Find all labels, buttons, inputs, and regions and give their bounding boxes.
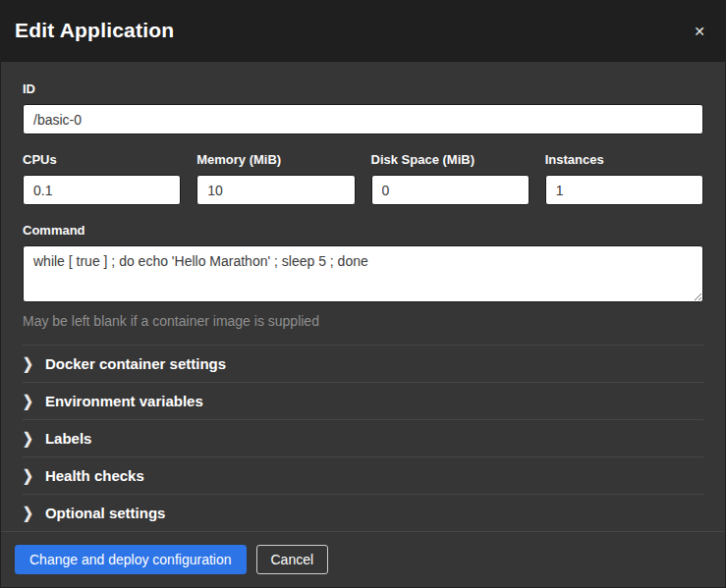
cpus-label: CPUs [23,152,181,167]
section-label: Docker container settings [45,355,226,372]
resources-row: CPUs Memory (MiB) Disk Space (MiB) Insta… [23,152,703,205]
chevron-right-icon: ❯ [23,468,33,484]
section-label: Optional settings [45,505,166,521]
memory-field-group: Memory (MiB) [196,152,355,205]
page-title: Edit Application [15,19,174,42]
cancel-button[interactable]: Cancel [256,545,329,574]
instances-field-group: Instances [545,152,703,205]
chevron-right-icon: ❯ [23,356,33,372]
chevron-right-icon: ❯ [23,431,33,447]
instances-label: Instances [545,152,703,167]
cpus-input[interactable] [23,175,181,205]
chevron-right-icon: ❯ [23,506,33,521]
command-textarea[interactable]: while [ true ] ; do echo 'Hello Marathon… [23,245,703,302]
instances-input[interactable] [545,175,703,205]
modal-header: Edit Application ✕ [1,1,725,62]
disk-field-group: Disk Space (MiB) [371,152,530,205]
memory-label: Memory (MiB) [196,152,355,167]
disk-input[interactable] [371,175,530,205]
change-and-deploy-button[interactable]: Change and deploy configuration [15,545,247,574]
command-label: Command [23,223,703,238]
section-health-checks[interactable]: ❯ Health checks [23,456,703,494]
section-optional-settings[interactable]: ❯ Optional settings [23,494,703,531]
edit-application-modal: Edit Application ✕ ID CPUs Memory (MiB) … [0,0,726,588]
close-button[interactable]: ✕ [690,21,709,42]
id-label: ID [23,81,703,96]
section-label: Labels [45,430,92,447]
chevron-right-icon: ❯ [23,394,33,409]
id-input[interactable] [23,104,703,134]
modal-body: ID CPUs Memory (MiB) Disk Space (MiB) In… [1,62,725,531]
section-label: Health checks [45,467,144,484]
collapsible-sections: ❯ Docker container settings ❯ Environmen… [23,345,703,531]
memory-input[interactable] [196,175,355,205]
cpus-field-group: CPUs [23,152,181,205]
modal-footer: Change and deploy configuration Cancel [1,531,725,588]
section-environment-variables[interactable]: ❯ Environment variables [23,382,703,419]
disk-label: Disk Space (MiB) [371,152,530,167]
section-docker-container-settings[interactable]: ❯ Docker container settings [23,345,703,382]
id-field-group: ID [23,81,703,134]
section-labels[interactable]: ❯ Labels [23,419,703,456]
command-help-text: May be left blank if a container image i… [23,313,703,329]
section-label: Environment variables [45,393,203,409]
close-icon: ✕ [694,24,705,39]
command-field-group: Command while [ true ] ; do echo 'Hello … [23,223,703,329]
